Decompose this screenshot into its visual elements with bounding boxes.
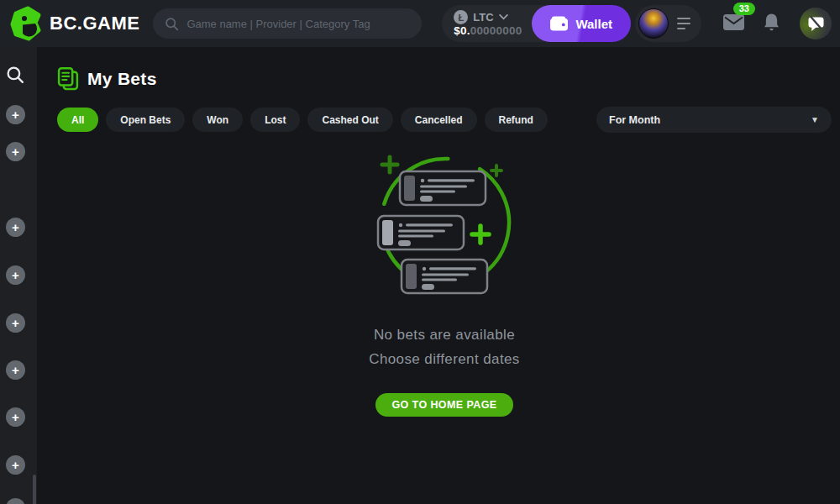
filter-pill-cancelled[interactable]: Cancelled (401, 108, 477, 132)
sidebar-item-1[interactable]: + (6, 105, 25, 124)
topbar-right-cluster: Ł LTC $0.00000000 Wallet (442, 5, 832, 42)
currency-code: LTC (473, 11, 493, 24)
sidebar-item-4[interactable]: + (6, 265, 25, 285)
filter-pill-lost[interactable]: Lost (250, 108, 300, 132)
messages-button[interactable]: 33 (723, 14, 744, 34)
avatar[interactable] (638, 8, 669, 39)
search-input[interactable] (186, 18, 410, 30)
page-title: My Bets (87, 69, 157, 89)
sidebar-item-2[interactable]: + (6, 142, 25, 161)
notifications-button[interactable] (764, 13, 780, 35)
sidebar-item-6[interactable]: + (6, 360, 25, 380)
game-search[interactable] (153, 8, 422, 39)
mail-icon (723, 14, 744, 30)
empty-state: No bets are available Choose different d… (57, 133, 832, 417)
search-icon (165, 17, 179, 31)
logo[interactable]: BC.GAME (10, 6, 139, 41)
filter-pill-all[interactable]: All (57, 108, 98, 132)
bell-icon (764, 13, 780, 32)
sidebar-item-5[interactable]: + (6, 313, 25, 333)
profile-menu-icon (677, 18, 690, 30)
wallet-button[interactable]: Wallet (532, 5, 631, 42)
filter-pill-won[interactable]: Won (192, 108, 243, 132)
left-sidebar: +++++++++ (0, 47, 37, 504)
filter-pill-refund[interactable]: Refund (485, 108, 548, 132)
bet-filters: AllOpen BetsWonLostCashed OutCancelledRe… (57, 107, 832, 133)
period-filter-label: For Month (609, 114, 660, 126)
chat-toggle-button[interactable] (800, 8, 832, 39)
my-bets-page: My Bets AllOpen BetsWonLostCashed OutCan… (37, 47, 840, 504)
logo-text: BC.GAME (50, 13, 139, 34)
filter-pill-open-bets[interactable]: Open Bets (106, 108, 185, 132)
sidebar-item-7[interactable]: + (6, 407, 25, 427)
period-filter-dropdown[interactable]: For Month ▼ (596, 107, 832, 133)
sidebar-item-9[interactable]: + (6, 498, 25, 504)
sidebar-item-8[interactable]: + (6, 455, 25, 475)
messages-count-badge: 33 (733, 3, 755, 15)
empty-message-line1: No bets are available (374, 327, 515, 344)
filter-pill-cashed-out[interactable]: Cashed Out (307, 108, 392, 132)
wallet-balance: $0.00000000 (454, 24, 522, 37)
search-icon (6, 66, 25, 85)
wallet-icon (550, 16, 568, 31)
empty-message-line2: Choose different dates (369, 351, 520, 368)
sidebar-search-button[interactable] (6, 66, 25, 88)
chat-off-icon (808, 15, 824, 32)
caret-down-icon: ▼ (811, 115, 819, 124)
bcgame-logo-icon (10, 6, 42, 41)
go-home-button[interactable]: GO TO HOME PAGE (375, 393, 513, 417)
empty-bets-illustration (373, 144, 516, 303)
profile-menu[interactable] (635, 5, 701, 42)
wallet-button-label: Wallet (575, 17, 612, 31)
my-bets-icon (57, 67, 79, 91)
chevron-down-icon (499, 14, 508, 20)
top-bar: BC.GAME Ł LTC $0.00000000 Wal (0, 0, 840, 47)
ltc-coin-icon: Ł (454, 10, 468, 24)
sidebar-item-3[interactable]: + (6, 218, 25, 237)
sidebar-scrollbar-thumb[interactable] (33, 475, 36, 504)
